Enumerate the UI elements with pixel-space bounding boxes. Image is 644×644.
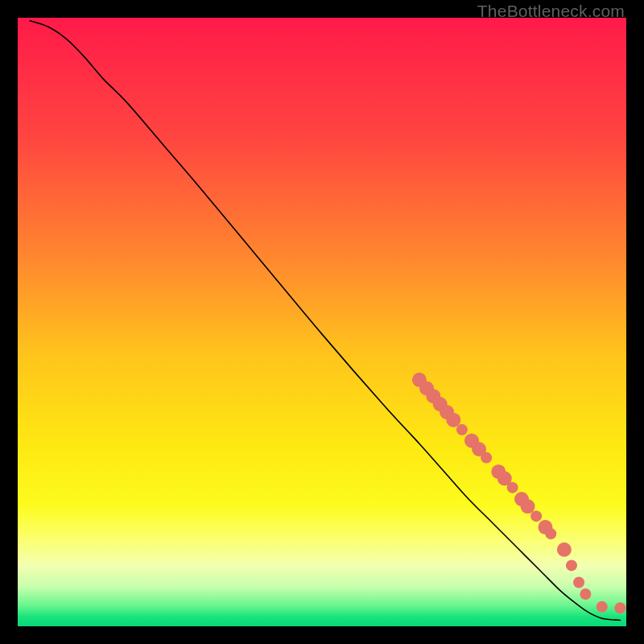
bottleneck-chart <box>18 18 626 626</box>
chart-background <box>18 18 626 626</box>
marker-point <box>597 601 608 613</box>
marker-point <box>481 452 492 464</box>
marker-point <box>446 413 460 427</box>
marker-point <box>614 602 625 613</box>
marker-point <box>580 588 591 600</box>
marker-point <box>545 528 556 539</box>
marker-point <box>557 543 572 557</box>
chart-frame <box>18 18 626 626</box>
marker-point <box>566 559 577 571</box>
marker-point <box>530 510 542 522</box>
marker-point <box>507 482 518 493</box>
marker-point <box>521 499 535 514</box>
marker-point <box>456 424 468 436</box>
marker-point <box>573 577 584 588</box>
